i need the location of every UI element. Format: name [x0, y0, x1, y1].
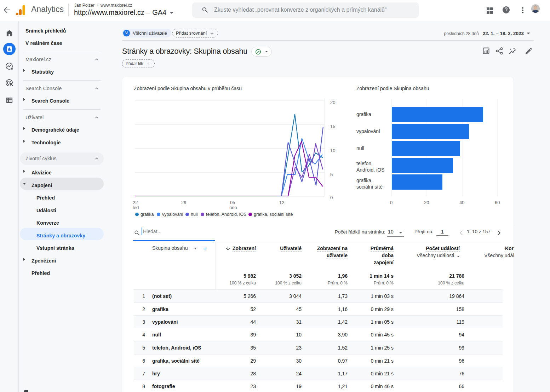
- svg-text:sociální sítě: sociální sítě: [356, 184, 383, 190]
- svg-text:0: 0: [390, 200, 393, 205]
- svg-text:10: 10: [330, 148, 335, 153]
- svg-text:vypalování: vypalování: [356, 128, 380, 134]
- svg-text:12: 12: [279, 200, 284, 205]
- svg-text:grafika: grafika: [356, 111, 371, 117]
- svg-text:vypalování: vypalování: [162, 212, 183, 217]
- svg-text:telefon,: telefon,: [356, 161, 373, 166]
- svg-text:20: 20: [424, 200, 429, 205]
- svg-text:grafika: grafika: [141, 212, 154, 217]
- svg-text:telefon, Android, iOS: telefon, Android, iOS: [206, 212, 247, 217]
- svg-text:úno: úno: [229, 205, 237, 210]
- svg-text:60: 60: [495, 200, 500, 205]
- svg-text:20: 20: [330, 100, 335, 105]
- svg-text:15: 15: [330, 124, 335, 129]
- svg-text:led: led: [133, 205, 139, 210]
- svg-text:null: null: [191, 212, 197, 217]
- svg-text:grafika, sociální sítě: grafika, sociální sítě: [254, 212, 293, 217]
- svg-text:22: 22: [133, 200, 138, 205]
- svg-text:5: 5: [330, 172, 333, 177]
- svg-text:grafika,: grafika,: [356, 178, 373, 183]
- svg-text:0: 0: [330, 195, 333, 200]
- svg-text:29: 29: [181, 200, 186, 205]
- svg-text:Android, iOS: Android, iOS: [356, 167, 384, 173]
- svg-text:null: null: [356, 145, 364, 151]
- svg-text:05: 05: [230, 200, 235, 205]
- svg-text:40: 40: [459, 200, 464, 205]
